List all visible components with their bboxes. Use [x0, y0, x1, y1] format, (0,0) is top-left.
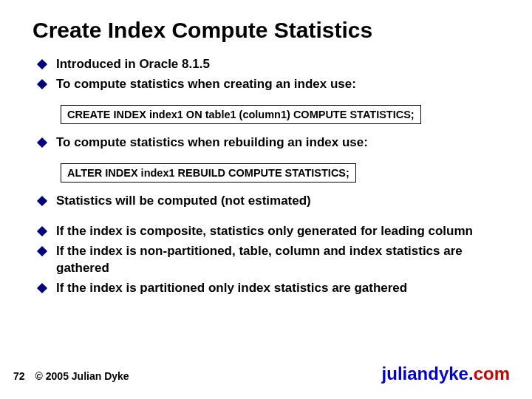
- bullet-text: To compute statistics when creating an i…: [56, 76, 356, 93]
- diamond-icon: [37, 282, 47, 293]
- code-box: CREATE INDEX index1 ON table1 (column1) …: [61, 105, 421, 124]
- footer-left: 72 © 2005 Julian Dyke: [13, 370, 129, 382]
- diamond-icon: [37, 59, 47, 69]
- site-url: juliandyke.com: [382, 364, 510, 384]
- bullet-text: If the index is partitioned only index s…: [56, 280, 407, 297]
- diamond-icon: [37, 79, 47, 89]
- bullet-text: If the index is composite, statistics on…: [56, 223, 473, 240]
- bullet-text: Statistics will be computed (not estimat…: [56, 193, 311, 210]
- bullet-text: If the index is non-partitioned, table, …: [56, 243, 499, 277]
- bullet-text: To compute statistics when rebuilding an…: [56, 134, 368, 151]
- spacer: [38, 213, 499, 223]
- footer: 72 © 2005 Julian Dyke juliandyke.com: [0, 364, 532, 384]
- bullet-item: If the index is partitioned only index s…: [38, 280, 499, 297]
- copyright-text: © 2005 Julian Dyke: [35, 370, 129, 382]
- bullet-item: To compute statistics when rebuilding an…: [38, 134, 499, 151]
- diamond-icon: [37, 137, 47, 148]
- bullet-item: To compute statistics when creating an i…: [38, 76, 499, 93]
- diamond-icon: [37, 246, 47, 256]
- bullet-text: Introduced in Oracle 8.1.5: [56, 56, 210, 73]
- site-main: juliandyke.: [382, 364, 474, 383]
- bullet-item: If the index is composite, statistics on…: [38, 223, 499, 240]
- diamond-icon: [37, 226, 47, 236]
- bullet-item: Introduced in Oracle 8.1.5: [38, 56, 499, 73]
- slide-title: Create Index Compute Statistics: [33, 18, 499, 43]
- bullet-item: If the index is non-partitioned, table, …: [38, 243, 499, 277]
- bullet-item: Statistics will be computed (not estimat…: [38, 193, 499, 210]
- code-box: ALTER INDEX index1 REBUILD COMPUTE STATI…: [61, 163, 356, 183]
- bullet-list: Introduced in Oracle 8.1.5 To compute st…: [33, 56, 499, 297]
- slide: Create Index Compute Statistics Introduc…: [0, 0, 532, 399]
- diamond-icon: [37, 196, 47, 206]
- site-tld: com: [474, 364, 510, 383]
- page-number: 72: [13, 370, 25, 382]
